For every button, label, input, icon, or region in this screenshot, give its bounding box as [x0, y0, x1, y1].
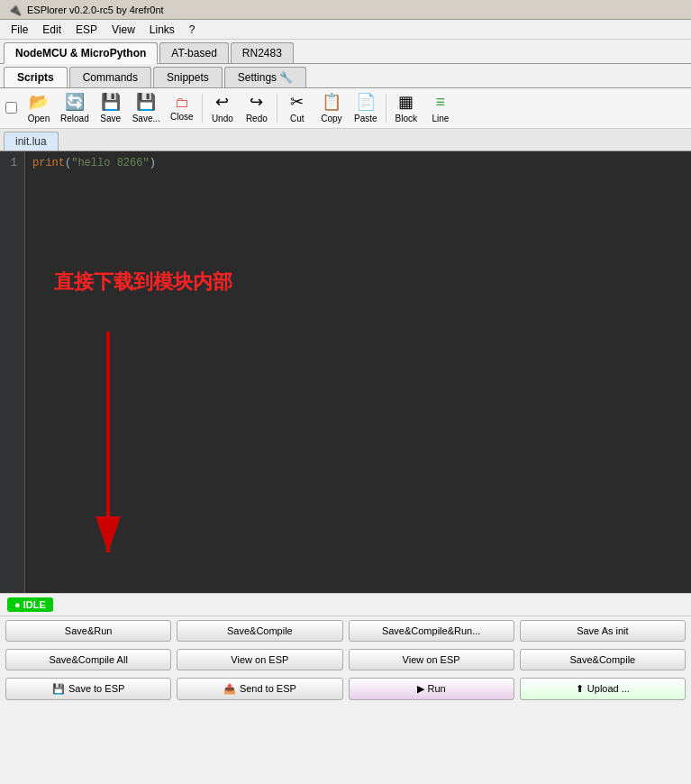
save-as-label: Save... — [132, 114, 160, 123]
open-icon: 📂 — [29, 93, 49, 113]
paren-close: ) — [150, 157, 156, 169]
undo-icon: ↩ — [215, 93, 229, 113]
block-icon: ▦ — [398, 93, 414, 113]
redo-icon: ↪ — [250, 93, 263, 113]
view-esp-1-button[interactable]: View on ESP — [177, 649, 342, 670]
close-button[interactable]: 🗀 Close — [166, 92, 198, 123]
save-compile-run-button[interactable]: Save&Compile&Run... — [349, 620, 514, 642]
app-title: ESPlorer v0.2.0-rc5 by 4refr0nt — [27, 5, 164, 15]
toolbar: 📂 Open 🔄 Reload 💾 Save 💾 Save... 🗀 Close… — [0, 88, 691, 129]
save-button[interactable]: 💾 Save — [95, 91, 127, 125]
menu-file[interactable]: File — [4, 22, 35, 38]
titlebar: 🔌 ESPlorer v0.2.0-rc5 by 4refr0nt — [0, 0, 691, 20]
line-icon: ≡ — [436, 93, 446, 113]
run-icon: ▶ — [417, 683, 424, 695]
undo-label: Undo — [212, 114, 233, 123]
upload-button[interactable]: ⬆ Upload ... — [520, 678, 686, 700]
menu-esp[interactable]: ESP — [68, 22, 105, 38]
save-icon: 💾 — [101, 93, 121, 113]
reload-button[interactable]: 🔄 Reload — [57, 91, 93, 125]
save-as-button[interactable]: 💾 Save... — [129, 91, 164, 125]
reload-label: Reload — [60, 114, 89, 123]
line-label: Line — [432, 114, 449, 123]
view-esp-2-button[interactable]: View on ESP — [349, 649, 514, 670]
copy-icon: 📋 — [322, 93, 341, 113]
settings-label: Settings — [238, 71, 277, 84]
idle-badge: ● IDLE — [7, 597, 53, 612]
copy-label: Copy — [321, 114, 341, 123]
save-run-button[interactable]: Save&Run — [5, 620, 171, 642]
close-label: Close — [170, 112, 194, 122]
cut-label: Cut — [290, 114, 305, 123]
paste-button[interactable]: 📄 Paste — [350, 91, 382, 125]
menu-view[interactable]: View — [105, 22, 142, 38]
open-button[interactable]: 📂 Open — [23, 91, 55, 125]
editor-area[interactable]: 1 print("hello 8266") 直接下载到模块内部 — [0, 151, 691, 593]
save-esp-label: Save to ESP — [68, 683, 124, 694]
send-esp-label: Send to ESP — [240, 683, 296, 694]
tab-rn2483[interactable]: RN2483 — [231, 42, 294, 63]
tab-nodemcu[interactable]: NodeMCU & MicroPython — [4, 42, 158, 64]
file-tab-init[interactable]: init.lua — [4, 132, 59, 150]
tab-snippets[interactable]: Snippets — [153, 67, 223, 87]
app-icon: 🔌 — [7, 3, 22, 16]
top-tabs: NodeMCU & MicroPython AT-based RN2483 — [0, 40, 691, 64]
idle-label: IDLE — [23, 599, 46, 610]
idle-dot: ● — [14, 599, 21, 610]
btn-row-2: Save&Compile All View on ESP View on ESP… — [0, 645, 691, 674]
menu-links[interactable]: Links — [142, 22, 182, 38]
save-compile-2-button[interactable]: Save&Compile — [520, 649, 686, 670]
upload-label: Upload ... — [587, 683, 630, 694]
line-numbers: 1 — [0, 151, 25, 593]
menu-edit[interactable]: Edit — [35, 22, 68, 38]
cut-button[interactable]: ✂ Cut — [281, 91, 314, 125]
separator-3 — [386, 94, 386, 123]
menubar: File Edit ESP View Links ? — [0, 20, 691, 40]
redo-button[interactable]: ↪ Redo — [241, 91, 273, 125]
settings-icon: 🔧 — [279, 71, 293, 84]
run-button[interactable]: ▶ Run — [349, 678, 514, 700]
line-button[interactable]: ≡ Line — [424, 91, 457, 125]
tab-scripts[interactable]: Scripts — [4, 67, 68, 87]
open-label: Open — [28, 114, 50, 123]
toolbar-checkbox[interactable] — [5, 102, 17, 114]
copy-button[interactable]: 📋 Copy — [315, 91, 348, 125]
tab-commands[interactable]: Commands — [69, 67, 151, 87]
tab-settings[interactable]: Settings 🔧 — [224, 67, 306, 87]
send-to-esp-button[interactable]: 📤 Send to ESP — [177, 678, 342, 700]
save-label: Save — [100, 114, 121, 123]
run-label: Run — [428, 683, 446, 694]
save-esp-icon: 💾 — [52, 683, 65, 695]
code-editor[interactable]: print("hello 8266") — [25, 151, 691, 593]
separator-1 — [202, 94, 203, 123]
status-bar: ● IDLE — [0, 593, 691, 615]
block-button[interactable]: ▦ Block — [390, 91, 423, 125]
menu-help[interactable]: ? — [182, 22, 203, 38]
save-as-init-button[interactable]: Save As init — [520, 620, 686, 642]
block-label: Block — [396, 114, 417, 123]
separator-2 — [277, 94, 277, 123]
btn-row-1: Save&Run Save&Compile Save&Compile&Run..… — [0, 616, 691, 645]
line-number-1: 1 — [7, 155, 17, 171]
reload-icon: 🔄 — [65, 93, 85, 113]
second-tabs: Scripts Commands Snippets Settings 🔧 — [0, 64, 691, 88]
save-compile-button[interactable]: Save&Compile — [177, 620, 342, 642]
paste-icon: 📄 — [356, 93, 376, 113]
paste-label: Paste — [354, 114, 377, 123]
save-compile-all-button[interactable]: Save&Compile All — [5, 649, 171, 670]
undo-button[interactable]: ↩ Undo — [206, 91, 239, 125]
save-as-icon: 💾 — [136, 93, 156, 113]
save-to-esp-button[interactable]: 💾 Save to ESP — [5, 678, 171, 700]
keyword-print: print — [32, 157, 65, 169]
redo-label: Redo — [246, 114, 268, 123]
send-esp-icon: 📤 — [223, 683, 236, 695]
bottom-buttons: Save&Run Save&Compile Save&Compile&Run..… — [0, 615, 691, 704]
btn-row-3: 💾 Save to ESP 📤 Send to ESP ▶ Run ⬆ Uplo… — [0, 674, 691, 704]
upload-icon: ⬆ — [576, 683, 584, 695]
tab-at-based[interactable]: AT-based — [159, 42, 228, 63]
file-tabs: init.lua — [0, 129, 691, 151]
close-icon: 🗀 — [175, 94, 189, 111]
cut-icon: ✂ — [290, 93, 304, 113]
string-value: "hello 8266" — [71, 157, 149, 169]
